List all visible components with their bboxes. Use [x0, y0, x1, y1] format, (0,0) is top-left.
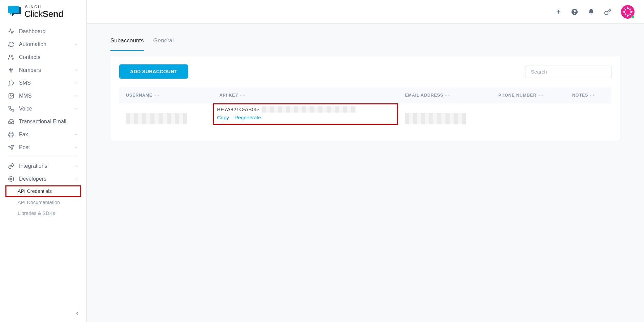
- brand-name: ClickSend: [24, 9, 63, 18]
- main-area: Subaccounts General ADD SUBACCOUNT USERN…: [87, 0, 644, 322]
- sidebar-item-voice[interactable]: Voice: [0, 102, 86, 115]
- copy-api-key-link[interactable]: Copy: [217, 115, 229, 120]
- redacted-value: [262, 106, 356, 113]
- add-subaccount-button[interactable]: ADD SUBACCOUNT: [119, 64, 188, 79]
- hash-icon: [8, 67, 14, 73]
- svg-point-14: [574, 13, 575, 14]
- refresh-icon: [8, 41, 14, 47]
- regenerate-api-key-link[interactable]: Regenerate: [234, 115, 261, 120]
- image-icon: [8, 93, 14, 99]
- sidebar-item-fax[interactable]: Fax: [0, 128, 86, 141]
- sidebar-item-post[interactable]: Post: [0, 141, 86, 154]
- phone-icon: [8, 106, 14, 112]
- brand-top: SINCH: [25, 5, 63, 9]
- tabs: Subaccounts General: [110, 34, 620, 51]
- chevron-down-icon: [74, 145, 78, 149]
- redacted-value: [126, 113, 187, 124]
- svg-point-6: [10, 95, 11, 95]
- redacted-value: [405, 113, 466, 124]
- col-username[interactable]: USERNAME▲▼: [119, 87, 213, 103]
- sort-icon: ▲▼: [538, 95, 544, 96]
- logo[interactable]: SINCH ClickSend: [0, 0, 86, 22]
- chat-icon: [8, 80, 14, 86]
- chevron-down-icon: [74, 94, 78, 98]
- sort-icon: ▲▼: [240, 95, 245, 96]
- primary-nav: Dashboard Automation Contacts Numbers SM…: [0, 22, 86, 219]
- svg-point-10: [11, 178, 12, 180]
- col-phone[interactable]: PHONE NUMBER▲▼: [492, 87, 565, 103]
- chevron-up-icon: [74, 177, 78, 181]
- sidebar-item-sms[interactable]: SMS: [0, 77, 86, 89]
- printer-icon: [8, 132, 14, 138]
- sort-icon: ▲▼: [154, 95, 160, 96]
- inbox-icon: [8, 119, 14, 125]
- clicksend-logo-icon: [8, 6, 22, 18]
- cell-username: [119, 103, 213, 132]
- chevron-down-icon: [74, 68, 78, 72]
- cell-notes: [565, 103, 611, 132]
- tab-general[interactable]: General: [153, 34, 173, 51]
- cell-email: [398, 103, 492, 132]
- sidebar: SINCH ClickSend Dashboard Automation Con…: [0, 0, 87, 322]
- sort-icon: ▲▼: [445, 95, 451, 96]
- col-email[interactable]: EMAIL ADDRESS▲▼: [398, 87, 492, 103]
- sub-item-api-credentials[interactable]: API Credentials: [5, 185, 81, 197]
- col-api-key[interactable]: API KEY▲▼: [213, 87, 398, 103]
- sidebar-collapse-button[interactable]: [75, 310, 80, 316]
- chevron-down-icon: [74, 81, 78, 85]
- content: Subaccounts General ADD SUBACCOUNT USERN…: [87, 24, 644, 322]
- sidebar-item-mms[interactable]: MMS: [0, 89, 86, 102]
- cell-api-key: BE7A821C-AB05- Copy Regenerate: [213, 103, 398, 132]
- sub-item-libraries-sdks[interactable]: Libraries & SDKs: [0, 208, 86, 219]
- status-dot-icon: [631, 16, 635, 19]
- sidebar-item-contacts[interactable]: Contacts: [0, 51, 86, 64]
- gear-icon: [8, 176, 14, 182]
- link-icon: [8, 163, 14, 169]
- api-key-value: BE7A821C-AB05-: [217, 106, 259, 113]
- svg-line-3: [10, 68, 11, 73]
- api-key-highlight: BE7A821C-AB05- Copy Regenerate: [213, 103, 398, 125]
- sidebar-item-transactional-email[interactable]: Transactional Email: [0, 115, 86, 128]
- col-notes[interactable]: NOTES▲▼: [565, 87, 611, 103]
- svg-line-4: [12, 68, 13, 73]
- table-row: BE7A821C-AB05- Copy Regenerate: [119, 103, 611, 132]
- user-avatar[interactable]: [621, 5, 635, 19]
- chevron-down-icon: [74, 107, 78, 111]
- sidebar-item-developers[interactable]: Developers: [0, 173, 86, 185]
- add-button[interactable]: [555, 9, 561, 15]
- sidebar-item-dashboard[interactable]: Dashboard: [0, 25, 86, 38]
- sidebar-item-numbers[interactable]: Numbers: [0, 64, 86, 77]
- key-button[interactable]: [604, 8, 611, 16]
- cell-phone: [492, 103, 565, 132]
- send-icon: [8, 144, 14, 150]
- svg-rect-7: [10, 135, 13, 137]
- topbar: [87, 0, 644, 24]
- help-button[interactable]: [571, 8, 578, 16]
- sidebar-item-automation[interactable]: Automation: [0, 38, 86, 51]
- chevron-down-icon: [74, 133, 78, 137]
- nav-divider: [8, 157, 78, 157]
- search-input[interactable]: [525, 65, 611, 78]
- svg-point-0: [9, 55, 12, 57]
- sidebar-item-integrations[interactable]: Integrations: [0, 160, 86, 173]
- sub-item-api-documentation[interactable]: API Documentation: [0, 197, 86, 208]
- panel: ADD SUBACCOUNT USERNAME▲▼ API KEY▲▼ EMAI…: [110, 56, 620, 141]
- chevron-down-icon: [74, 164, 78, 168]
- sort-icon: ▲▼: [589, 95, 595, 96]
- users-icon: [8, 54, 14, 60]
- notifications-button[interactable]: [588, 8, 595, 15]
- subaccounts-table: USERNAME▲▼ API KEY▲▼ EMAIL ADDRESS▲▼ PHO…: [119, 87, 611, 132]
- tab-subaccounts[interactable]: Subaccounts: [110, 34, 144, 51]
- activity-icon: [8, 28, 14, 35]
- chevron-down-icon: [74, 42, 78, 46]
